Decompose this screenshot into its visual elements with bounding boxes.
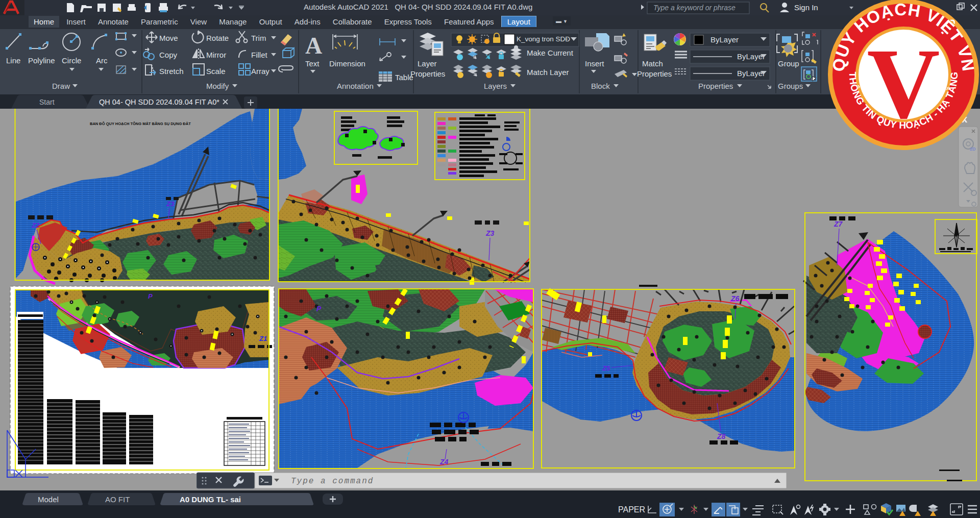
svg-text:Z7: Z7 xyxy=(834,220,843,228)
svg-text:Z6: Z6 xyxy=(730,294,740,303)
svg-text:Sign In: Sign In xyxy=(794,3,818,12)
svg-text:Z1: Z1 xyxy=(259,335,267,342)
svg-text:ByLayer: ByLayer xyxy=(737,69,765,78)
svg-text:Insert: Insert xyxy=(585,59,604,68)
svg-text:Stretch: Stretch xyxy=(159,67,184,76)
svg-text:Trim: Trim xyxy=(251,34,266,42)
svg-text:Text: Text xyxy=(305,59,320,68)
svg-text:Group: Group xyxy=(778,59,799,68)
svg-text:Start: Start xyxy=(39,98,55,106)
svg-text:Polyline: Polyline xyxy=(28,56,55,65)
svg-text:Rotate: Rotate xyxy=(206,34,229,42)
svg-text:Z3: Z3 xyxy=(166,200,175,208)
svg-text:Z4: Z4 xyxy=(439,458,449,466)
svg-text:AO FIT: AO FIT xyxy=(105,495,130,504)
svg-text:A: A xyxy=(305,33,322,59)
svg-text:Layer: Layer xyxy=(418,59,437,68)
svg-text:Properties: Properties xyxy=(410,69,445,78)
svg-text:Move: Move xyxy=(159,34,178,42)
svg-text:Match Layer: Match Layer xyxy=(527,68,569,77)
svg-text:Z2: Z2 xyxy=(31,221,40,229)
svg-text:Fillet: Fillet xyxy=(251,51,268,59)
svg-text:Annotation: Annotation xyxy=(337,82,374,90)
svg-text:P: P xyxy=(316,305,322,313)
svg-text:Match: Match xyxy=(642,59,663,68)
svg-text:PAPER: PAPER xyxy=(618,505,645,514)
svg-text:A0 DUNG TL- sai: A0 DUNG TL- sai xyxy=(180,495,241,504)
svg-text:Circle: Circle xyxy=(62,56,81,65)
svg-text:Mirror: Mirror xyxy=(206,51,226,59)
svg-text:K_vong tron SDĐ: K_vong tron SDĐ xyxy=(517,35,570,43)
svg-text:Groups: Groups xyxy=(778,82,803,90)
svg-text:Model: Model xyxy=(38,495,59,504)
svg-text:Array: Array xyxy=(251,67,270,76)
svg-text:Z8: Z8 xyxy=(717,432,726,440)
svg-text:QH 04- QH SDD 2024.09.04 FIT A: QH 04- QH SDD 2024.09.04 FIT A0* xyxy=(99,98,219,106)
svg-text:Draw: Draw xyxy=(52,82,70,90)
svg-text:BAN ĐÔ QUY HOẠCH TÔNG MẮT BĂNG: BAN ĐÔ QUY HOẠCH TÔNG MẮT BĂNG SỤ DỤNG… xyxy=(90,121,191,126)
svg-text:V: V xyxy=(867,28,940,139)
svg-text:Type a command: Type a command xyxy=(291,477,374,486)
svg-text:Properties: Properties xyxy=(637,69,672,78)
svg-text:Modify: Modify xyxy=(206,82,229,90)
svg-text:Dimension: Dimension xyxy=(329,59,365,68)
svg-text:Arc: Arc xyxy=(96,56,108,65)
svg-text:Z5: Z5 xyxy=(602,364,610,372)
svg-text:Make Current: Make Current xyxy=(527,48,574,57)
svg-text:Z3: Z3 xyxy=(485,229,495,237)
svg-text:Line: Line xyxy=(6,56,20,65)
svg-text:Block: Block xyxy=(591,82,610,90)
svg-text:Layers: Layers xyxy=(484,82,507,90)
svg-text:ByLayer: ByLayer xyxy=(710,35,739,44)
svg-text:Scale: Scale xyxy=(206,67,226,76)
svg-text:Properties: Properties xyxy=(698,82,733,90)
svg-text:ByLayer: ByLayer xyxy=(737,52,765,61)
svg-text:Type a keyword or phrase: Type a keyword or phrase xyxy=(653,4,736,12)
svg-text:Copy: Copy xyxy=(159,51,178,59)
svg-text:P: P xyxy=(148,292,153,300)
